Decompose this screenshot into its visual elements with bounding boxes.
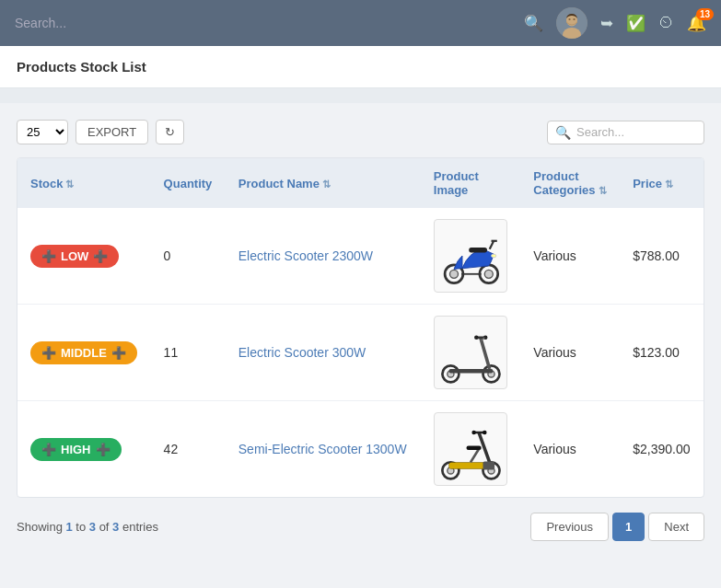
avatar-image	[556, 7, 587, 39]
search-icon[interactable]: 🔍	[524, 14, 543, 33]
stock-plus-right-icon: ➕	[96, 443, 110, 456]
export-button[interactable]: EXPORT	[76, 120, 148, 144]
product-name-cell: Semi-Electric Scooter 1300W	[226, 401, 421, 498]
categories-cell: Various	[520, 305, 620, 401]
product-image-cell	[421, 208, 521, 305]
price-cell: $788.00	[620, 208, 704, 305]
svg-rect-18	[448, 369, 493, 374]
toolbar-right: 🔍	[547, 121, 704, 144]
checkmark-icon[interactable]: ✅	[626, 14, 645, 33]
next-button[interactable]: Next	[648, 513, 704, 541]
toolbar: 25 10 50 100 EXPORT ↻ 🔍	[17, 120, 704, 144]
per-page-select[interactable]: 25 10 50 100	[17, 120, 68, 144]
content-area: 25 10 50 100 EXPORT ↻ 🔍 Stock Quantity P…	[0, 103, 721, 558]
products-table-wrap: Stock Quantity Product Name ProductImage…	[17, 157, 704, 498]
table-row: ➕ MIDDLE ➕ 11 Electric Scooter 300W Vari…	[17, 305, 704, 401]
table-search-box: 🔍	[547, 121, 704, 144]
col-product-image: ProductImage	[421, 158, 521, 208]
stock-badge-cell: ➕ MIDDLE ➕	[17, 305, 151, 401]
svg-rect-35	[483, 462, 494, 470]
share-icon[interactable]: ➥	[600, 14, 613, 33]
stock-badge-middle: ➕ MIDDLE ➕	[30, 341, 137, 364]
topnav-icons: 🔍 ➥ ✅ ⏲ 🔔 13	[524, 7, 706, 39]
table-body: ➕ LOW ➕ 0 Electric Scooter 2300W Various…	[17, 208, 704, 497]
toolbar-left: 25 10 50 100 EXPORT ↻	[17, 120, 184, 144]
price-cell: $123.00	[620, 305, 704, 401]
quantity-cell: 0	[151, 208, 226, 305]
stock-plus-right-icon: ➕	[93, 249, 108, 263]
svg-line-19	[481, 338, 490, 369]
svg-line-31	[471, 449, 479, 462]
stock-plus-left-icon: ➕	[41, 249, 56, 263]
svg-point-7	[449, 270, 458, 278]
table-row: ➕ HIGH ➕ 42 Semi-Electric Scooter 1300W …	[17, 401, 704, 498]
page-title: Products Stock List	[17, 59, 704, 75]
categories-cell: Various	[520, 401, 620, 498]
table-search-icon: 🔍	[555, 125, 571, 140]
svg-point-21	[474, 336, 479, 340]
stock-plus-left-icon: ➕	[41, 346, 56, 360]
product-image	[434, 219, 507, 293]
quantity-cell: 11	[151, 305, 226, 401]
svg-rect-36	[466, 445, 481, 450]
col-stock[interactable]: Stock	[17, 158, 151, 208]
table-search-input[interactable]	[576, 125, 696, 139]
table-header: Stock Quantity Product Name ProductImage…	[17, 158, 704, 208]
refresh-button[interactable]: ↻	[156, 120, 184, 144]
notification-bell-icon[interactable]: 🔔 13	[687, 14, 706, 33]
table-row: ➕ LOW ➕ 0 Electric Scooter 2300W Various…	[17, 208, 704, 305]
stock-plus-left-icon: ➕	[41, 443, 56, 456]
page-total: 3	[112, 520, 119, 534]
stock-badge-high: ➕ HIGH ➕	[30, 438, 122, 461]
product-image	[434, 316, 507, 389]
col-price[interactable]: Price	[620, 158, 704, 208]
topnav-search-input[interactable]	[15, 16, 383, 30]
svg-point-5	[573, 18, 575, 19]
topnav-search-area	[15, 16, 383, 30]
stock-plus-right-icon: ➕	[111, 346, 126, 360]
products-table: Stock Quantity Product Name ProductImage…	[17, 158, 704, 497]
col-product-categories[interactable]: ProductCategories	[520, 158, 620, 208]
product-name-cell: Electric Scooter 2300W	[226, 208, 421, 305]
stock-badge-cell: ➕ HIGH ➕	[17, 401, 151, 498]
notification-badge: 13	[696, 8, 714, 20]
stock-badge-low: ➕ LOW ➕	[30, 245, 119, 268]
svg-point-13	[491, 254, 495, 258]
svg-point-9	[484, 270, 493, 278]
pagination-controls: Previous 1 Next	[530, 513, 704, 541]
svg-rect-10	[469, 248, 487, 252]
avatar[interactable]	[556, 7, 587, 39]
clock-icon[interactable]: ⏲	[658, 14, 674, 32]
svg-point-4	[568, 18, 570, 19]
product-image-cell	[421, 401, 521, 498]
categories-cell: Various	[520, 208, 620, 305]
stock-badge-cell: ➕ LOW ➕	[17, 208, 151, 305]
page-to: 3	[89, 520, 96, 534]
page-from: 1	[65, 520, 72, 534]
pagination-bar: Showing 1 to 3 of 3 entries Previous 1 N…	[17, 513, 704, 541]
page-titlebar: Products Stock List	[0, 46, 721, 88]
svg-point-34	[483, 431, 487, 435]
quantity-cell: 42	[151, 401, 226, 498]
product-image	[434, 412, 507, 486]
topnav: 🔍 ➥ ✅ ⏲ 🔔 13	[0, 0, 721, 46]
price-cell: $2,390.00	[620, 401, 704, 498]
col-quantity: Quantity	[151, 158, 226, 208]
svg-line-11	[489, 241, 494, 249]
page-1-button[interactable]: 1	[612, 513, 645, 541]
showing-text: Showing 1 to 3 of 3 entries	[17, 520, 158, 534]
svg-point-33	[471, 431, 476, 435]
col-product-name[interactable]: Product Name	[226, 158, 421, 208]
previous-button[interactable]: Previous	[530, 513, 609, 541]
section-divider	[0, 88, 721, 103]
product-name-cell: Electric Scooter 300W	[226, 305, 421, 401]
product-image-cell	[421, 305, 521, 401]
